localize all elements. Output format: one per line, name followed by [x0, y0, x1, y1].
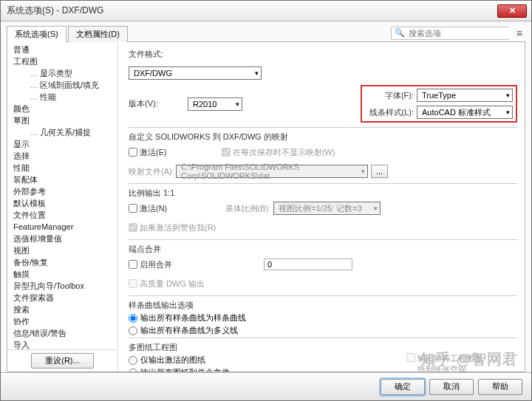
category-tree[interactable]: 普通 工程图 显示类型 区域剖面线/填充 性能 颜色 草图 几何关系/捕捉 显示…	[7, 42, 117, 349]
tree-item[interactable]: 协作	[7, 315, 117, 327]
tab-document-properties[interactable]: 文档属性(D)	[68, 26, 128, 42]
version-label: 版本(V):	[129, 98, 188, 109]
tree-item[interactable]: 选择	[7, 150, 117, 162]
map-file-combo: C:\Program Files\SOLIDWORKS Corp\SOLIDWO…	[176, 165, 368, 178]
tree-item[interactable]: 备份/恢复	[7, 256, 117, 268]
tree-item[interactable]: 区域剖面线/填充	[7, 79, 117, 91]
window-title: 系统选项(S) - DXF/DWG	[7, 4, 497, 17]
tree-item[interactable]: FeatureManager	[7, 221, 117, 233]
multisheet-group-title: 多图纸工程图	[129, 342, 517, 353]
tree-item[interactable]: 显示	[7, 138, 117, 150]
tree-item[interactable]: 显示类型	[7, 67, 117, 79]
export-active-sheet-radio[interactable]: 仅输出激活的图纸	[129, 354, 406, 366]
cancel-button[interactable]: 取消	[429, 379, 474, 395]
browse-button[interactable]: ...	[371, 165, 388, 178]
ok-button[interactable]: 确定	[381, 379, 425, 395]
base-scale-label: 基体比例(B):	[222, 203, 273, 214]
scale-activate-checkbox[interactable]: 激活(N)	[129, 203, 167, 214]
enable-merge-checkbox[interactable]: 启用合并	[129, 259, 172, 270]
tree-item[interactable]: 外部参考	[7, 185, 117, 197]
file-format-label: 文件格式:	[129, 49, 188, 60]
tree-item[interactable]: 信息/错误/警告	[7, 327, 117, 339]
version-combo[interactable]: R2010	[188, 97, 242, 111]
linestyle-label: 线条样式(L):	[365, 107, 417, 118]
tree-item[interactable]: 导入	[7, 339, 117, 349]
options-panel: 文件格式: DXF/DWG 版本(V): R2010 字体(F): TrueTy…	[118, 42, 525, 371]
export-paperspace-checkbox: 输出所有工程图图 纸到纸张空间	[406, 353, 482, 371]
tree-item[interactable]: 普通	[7, 44, 117, 55]
search-options-box[interactable]: 🔍	[391, 27, 509, 40]
search-input[interactable]	[407, 28, 512, 38]
merge-tolerance-input[interactable]	[264, 258, 352, 270]
scale-group-title: 比例输出 1:1	[129, 188, 517, 199]
titlebar: 系统选项(S) - DXF/DWG ✕	[1, 1, 531, 21]
tree-item[interactable]: 异型孔向导/Toolbox	[7, 280, 117, 292]
spline-as-polyline-radio[interactable]: 输出所有样条曲线为多义线	[129, 325, 517, 336]
tree-item[interactable]: 草图	[7, 114, 117, 126]
spline-group-title: 样条曲线输出选项	[129, 300, 517, 311]
tree-item[interactable]: 工程图	[7, 55, 117, 67]
scale-warn-checkbox: 如果激活则警告我(R)	[129, 222, 216, 233]
noshow-mapping-checkbox: 在每次保存时不显示映射(W)	[222, 147, 335, 158]
tab-system-options[interactable]: 系统选项(S)	[7, 26, 66, 42]
reset-button[interactable]: 重设(R)...	[31, 353, 93, 369]
hq-dwg-checkbox: 高质量 DWG 输出	[129, 278, 205, 289]
tree-item[interactable]: 默认模板	[7, 197, 117, 209]
options-menu-icon[interactable]: ≡	[514, 27, 525, 39]
tree-item[interactable]: 装配体	[7, 174, 117, 185]
tree-item[interactable]: 选值框增量值	[7, 233, 117, 244]
category-sidebar: 普通 工程图 显示类型 区域剖面线/填充 性能 颜色 草图 几何关系/捕捉 显示…	[7, 42, 118, 371]
tree-item[interactable]: 性能	[7, 162, 117, 174]
tree-item[interactable]: 文件位置	[7, 209, 117, 221]
mapping-group-title: 自定义 SOLIDWORKS 到 DXF/DWG 的映射	[129, 131, 517, 143]
search-icon: 🔍	[395, 28, 405, 38]
options-dialog: 系统选项(S) - DXF/DWG ✕ 系统选项(S) 文档属性(D) 🔍 ≡ …	[0, 0, 532, 401]
font-combo[interactable]: TrueType	[417, 89, 513, 102]
export-separate-files-radio[interactable]: 输出所有图纸到单个文件	[129, 367, 406, 371]
activate-checkbox[interactable]: 激活(E)	[129, 147, 167, 158]
base-scale-combo: 视图比例=1/25: 记数=3	[273, 202, 381, 215]
tree-item[interactable]: 颜色	[7, 103, 117, 114]
linestyle-combo[interactable]: AutoCAD 标准样式	[417, 106, 513, 119]
close-button[interactable]: ✕	[497, 4, 527, 18]
endpoint-group-title: 端点合并	[129, 244, 517, 255]
highlighted-options: 字体(F): TrueType 线条样式(L): AutoCAD 标准样式	[361, 85, 517, 123]
spline-as-spline-radio[interactable]: 输出所有样条曲线为样条曲线	[129, 312, 517, 323]
map-file-label: 映射文件(A):	[129, 166, 176, 177]
help-button[interactable]: 帮助	[478, 379, 522, 395]
tree-item[interactable]: 触摸	[7, 268, 117, 280]
dialog-footer: 确定 取消 帮助	[1, 372, 531, 400]
tree-item[interactable]: 性能	[7, 91, 117, 103]
file-format-combo[interactable]: DXF/DWG	[129, 66, 262, 80]
tree-item[interactable]: 视图	[7, 244, 117, 256]
tree-item[interactable]: 文件探索器	[7, 292, 117, 304]
tree-item[interactable]: 搜索	[7, 304, 117, 315]
tab-row: 系统选项(S) 文档属性(D) 🔍 ≡	[7, 24, 525, 42]
tree-item[interactable]: 几何关系/捕捉	[7, 126, 117, 138]
font-label: 字体(F):	[365, 90, 417, 101]
